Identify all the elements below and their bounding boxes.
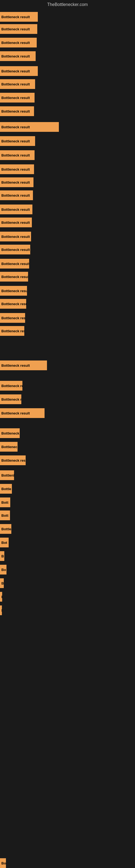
bar-row: I xyxy=(0,592,135,603)
bar: Bottleneck result xyxy=(0,164,34,174)
bar-row: Bottleneck result xyxy=(0,361,135,371)
bar: Bottleneck result xyxy=(0,12,38,22)
bar-label: Bottleneck result xyxy=(1,248,30,252)
bar-row: Bottle xyxy=(0,524,135,535)
bar: Bo xyxy=(0,858,6,868)
bar: I xyxy=(0,592,2,601)
bar-label: Bo xyxy=(1,861,6,865)
bar-label: I xyxy=(1,595,2,599)
bar: Bottleneck result xyxy=(0,66,38,76)
bar-row: Bottleneck result xyxy=(0,24,135,35)
bar-row: Bottleneck result xyxy=(0,190,135,201)
bar: I xyxy=(0,606,2,615)
bar-label: Bottleneck result xyxy=(1,411,30,415)
bar-label: Bottle xyxy=(1,487,11,491)
bar-label: Bottleneck result xyxy=(1,109,30,113)
bar: Bottleneck resu xyxy=(0,456,26,465)
bar: Bottleneck result xyxy=(0,299,26,309)
bar-label: Bottleneck result xyxy=(1,329,24,333)
bar: Bott xyxy=(0,510,10,520)
bar-row: Bottleneck result xyxy=(0,66,135,77)
bar-label: Bottleneck result xyxy=(1,302,26,306)
bar: Bot xyxy=(0,538,9,547)
bar-row: Bottleneck result xyxy=(0,299,135,310)
bar-row: Bottleneck result xyxy=(0,286,135,297)
bar-row: Bottleneck result xyxy=(0,381,135,392)
bar-row: Bottleneck xyxy=(0,442,135,453)
bar-label: Bottleneck result xyxy=(1,125,30,129)
bar-row: Bottleneck result xyxy=(0,313,135,324)
bar-label: Bottleneck result xyxy=(1,167,30,172)
bar-row: Bottleneck result xyxy=(0,259,135,270)
bar-label: Bottleneck result xyxy=(1,384,22,388)
bar-row: Bottleneck result xyxy=(0,79,135,90)
bar-row: Bo xyxy=(0,565,135,576)
bar-row: Bott xyxy=(0,497,135,508)
bar-row: Bottleneck result xyxy=(0,177,135,188)
bar-row: I xyxy=(0,606,135,616)
bar-row: Bottleneck result xyxy=(0,122,135,133)
bar: Bottleneck result xyxy=(0,79,35,89)
bar: Bottleneck result xyxy=(0,428,20,438)
bar-label: Bott xyxy=(1,500,8,504)
bar: Bottle xyxy=(0,524,11,534)
bar-label: Bottleneck resu xyxy=(1,458,26,463)
bar: Bottleneck result xyxy=(0,408,45,418)
bar-row: Bottleneck result xyxy=(0,428,135,439)
bar-label: Bottleneck result xyxy=(1,289,27,293)
bar-row: Bottleneck result xyxy=(0,106,135,117)
bar-row: Bottleneck result xyxy=(0,245,135,255)
bar-label: Bottleneck xyxy=(1,445,17,449)
bar: Bottleneck result xyxy=(0,136,35,146)
bar-label: Bottleneck result xyxy=(1,139,30,143)
bar-label: Bottleneck result xyxy=(1,54,30,58)
bar-label: Bottleneck result xyxy=(1,364,30,368)
bar: B xyxy=(0,578,4,588)
bar: Bottleneck result xyxy=(0,313,25,323)
bar-row: Bottleneck result xyxy=(0,394,135,405)
bar-label: Bot xyxy=(1,540,7,545)
bar-label: I xyxy=(1,609,2,613)
bar-row: Bottleneck resu xyxy=(0,456,135,466)
bar-label: Bottleneck result xyxy=(1,96,30,100)
bar: Bottleneck result xyxy=(0,326,24,336)
bar-label: Bottleneck result xyxy=(1,220,30,225)
bar: Bottleneck result xyxy=(0,106,34,116)
bar: Bottleneck result xyxy=(0,122,59,132)
bar: Bottleneck result xyxy=(0,259,29,269)
bar-label: B xyxy=(1,581,4,585)
bar: Bottleneck result xyxy=(0,205,32,214)
bar-row: Bot xyxy=(0,538,135,549)
bar-label: Bottleneck result xyxy=(1,208,30,212)
bar-row: B xyxy=(0,551,135,562)
bar: Bottleneck result xyxy=(0,272,28,282)
bar-row: Bott xyxy=(0,510,135,521)
bar-row: Bottleneck result xyxy=(0,164,135,175)
bar: B xyxy=(0,551,4,561)
bar: Bottleneck result xyxy=(0,245,30,254)
bar-label: Bott xyxy=(1,514,8,518)
bar-label: Bottleneck result xyxy=(1,316,25,320)
bar-row: Bottleneck result xyxy=(0,408,135,419)
bar-label: Bottleneck result xyxy=(1,235,30,239)
bar-row: Bottleneck result xyxy=(0,218,135,228)
bar-row: Bottleneck result xyxy=(0,93,135,104)
bar-row: Bottleneck result xyxy=(0,150,135,161)
bar: Bottleneck result xyxy=(0,231,31,241)
bar-row: Bottleneck result xyxy=(0,231,135,243)
bar: Bottlenk xyxy=(0,470,14,480)
bar-row: B xyxy=(0,578,135,589)
bar-label: Bottleneck result xyxy=(1,82,30,86)
bar-label: Bottleneck result xyxy=(1,153,30,157)
bar: Bottleneck result xyxy=(0,51,36,61)
bar-row: Bo xyxy=(0,858,135,868)
bar: Bottleneck result xyxy=(0,286,27,296)
bar-row: Bottlenk xyxy=(0,470,135,481)
bar-row: Bottleneck result xyxy=(0,38,135,49)
bar-label: Bottleneck result xyxy=(1,69,30,73)
bar: Bo xyxy=(0,565,6,575)
bar-row: Bottleneck result xyxy=(0,272,135,283)
bar-label: Bottleneck result xyxy=(1,27,30,31)
bar: Bottleneck result xyxy=(0,24,37,34)
bar: Bottleneck result xyxy=(0,150,35,160)
